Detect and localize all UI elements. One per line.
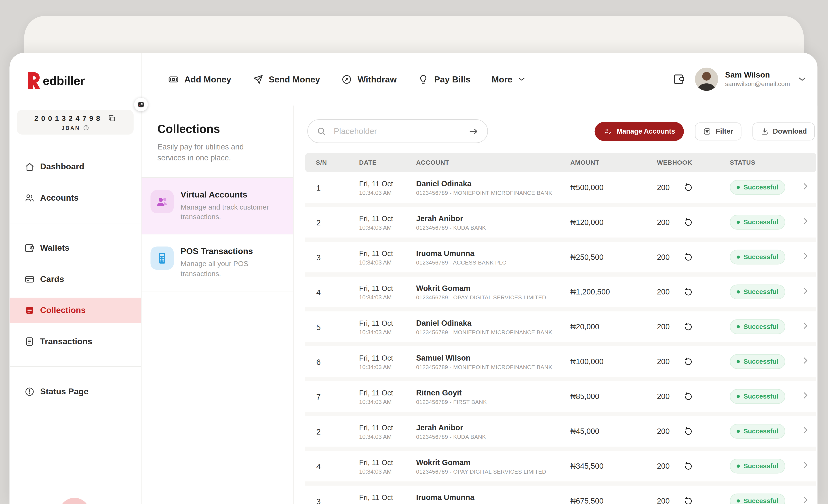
- row-account-bank: 0123456789 - OPAY DIGITAL SERVICES LIMIT…: [416, 468, 570, 474]
- table-row[interactable]: 4 Fri, 11 Oct 10:34:03 AM Wokrit Gomam 0…: [305, 275, 816, 309]
- status-badge: Successful: [730, 180, 785, 195]
- sidebar-item-wallets[interactable]: Wallets: [10, 236, 141, 261]
- account-menu-chevron-icon[interactable]: [797, 74, 807, 84]
- row-status-cell: Successful: [730, 344, 792, 379]
- row-account-name: Daniel Odinaka: [416, 179, 570, 188]
- sidebar-item-collections[interactable]: Collections: [10, 298, 141, 323]
- filter-icon: [703, 127, 712, 135]
- col-header-amount: AMOUNT: [570, 153, 657, 172]
- webhook-retry-icon[interactable]: [684, 183, 693, 192]
- row-account-cell: Samuel Wilson 0123456789 - MONIEPOINT MI…: [416, 344, 570, 379]
- row-time: 10:34:03 AM: [359, 468, 416, 474]
- table-row[interactable]: 3 Fri, 11 Oct 10:34:03 AM Iruoma Umunna …: [305, 484, 816, 504]
- status-label: Successful: [744, 323, 778, 330]
- row-date: Fri, 11 Oct: [359, 179, 416, 188]
- nav-send-money[interactable]: Send Money: [252, 74, 320, 85]
- chevron-right-icon[interactable]: [800, 321, 810, 331]
- row-date: Fri, 11 Oct: [359, 423, 416, 432]
- card-description: Manage and track customer transactions.: [180, 203, 280, 222]
- info-icon[interactable]: [83, 125, 89, 131]
- top-header: Add Money Send Money: [141, 53, 817, 106]
- row-webhook-code: 200: [657, 392, 669, 401]
- nav-more[interactable]: More: [492, 74, 526, 84]
- nav-add-money[interactable]: Add Money: [168, 74, 231, 85]
- search-submit-arrow-icon[interactable]: [468, 126, 479, 136]
- copy-icon[interactable]: [108, 114, 116, 122]
- row-webhook-cell: 200: [657, 344, 730, 379]
- sidebar-item-label: Transactions: [40, 337, 92, 346]
- webhook-retry-icon[interactable]: [684, 392, 693, 401]
- webhook-retry-icon[interactable]: [684, 322, 693, 331]
- download-button[interactable]: Download: [752, 122, 815, 140]
- row-account-name: Iruoma Umunna: [416, 249, 570, 257]
- table-row[interactable]: 2 Fri, 11 Oct 10:34:03 AM Jerah Anibor 0…: [305, 205, 816, 240]
- row-date-cell: Fri, 11 Oct 10:34:03 AM: [359, 275, 416, 309]
- row-webhook-cell: 200: [657, 172, 730, 205]
- status-dot: [737, 221, 740, 224]
- status-dot: [737, 395, 740, 398]
- nav-pay-bills[interactable]: Pay Bills: [418, 74, 471, 85]
- chevron-right-icon[interactable]: [800, 460, 810, 470]
- sidebar-collapse-button[interactable]: [134, 98, 148, 111]
- status-badge: Successful: [730, 389, 785, 404]
- sidebar-item-cards[interactable]: Cards: [10, 266, 141, 292]
- alert-circle-icon: [24, 386, 35, 397]
- row-time: 10:34:03 AM: [359, 294, 416, 300]
- chevron-right-icon[interactable]: [800, 356, 810, 366]
- chevron-right-icon[interactable]: [800, 391, 810, 400]
- row-webhook-code: 200: [657, 288, 669, 296]
- user-settings-icon: [604, 127, 612, 135]
- row-amount: ₦250,500: [570, 240, 657, 275]
- nav-withdraw[interactable]: Withdraw: [341, 74, 397, 85]
- sidebar-item-status-page[interactable]: Status Page: [10, 379, 141, 404]
- row-action-cell: [792, 344, 816, 379]
- webhook-retry-icon[interactable]: [684, 253, 693, 262]
- row-webhook-code: 200: [657, 323, 669, 331]
- wallet-quick-icon[interactable]: [673, 73, 686, 86]
- chevron-right-icon[interactable]: [800, 216, 810, 226]
- send-icon: [252, 74, 263, 85]
- row-time: 10:34:03 AM: [359, 259, 416, 265]
- avatar[interactable]: [695, 68, 718, 91]
- brand-logo-text: edbiller: [43, 74, 85, 88]
- row-webhook-cell: 200: [657, 379, 730, 414]
- webhook-retry-icon[interactable]: [684, 357, 693, 366]
- table-row[interactable]: 4 Fri, 11 Oct 10:34:03 AM Wokrit Gomam 0…: [305, 449, 816, 484]
- manage-accounts-button[interactable]: Manage Accounts: [594, 122, 684, 141]
- table-row[interactable]: 2 Fri, 11 Oct 10:34:03 AM Jerah Anibor 0…: [305, 414, 816, 449]
- row-account-name: Samuel Wilson: [416, 353, 570, 362]
- row-account-cell: Wokrit Gomam 0123456789 - OPAY DIGITAL S…: [416, 449, 570, 484]
- status-label: Successful: [744, 462, 778, 470]
- row-sn: 7: [305, 379, 359, 414]
- chevron-right-icon[interactable]: [800, 251, 810, 261]
- virtual-accounts-card[interactable]: Virtual Accounts Manage and track custom…: [141, 178, 293, 235]
- filter-button[interactable]: Filter: [695, 122, 741, 140]
- webhook-retry-icon[interactable]: [684, 218, 693, 227]
- table-row[interactable]: 3 Fri, 11 Oct 10:34:03 AM Iruoma Umunna …: [305, 240, 816, 275]
- sidebar-item-accounts[interactable]: Accounts: [10, 185, 141, 210]
- chevron-right-icon[interactable]: [800, 286, 810, 296]
- chevron-right-icon[interactable]: [800, 182, 810, 191]
- webhook-retry-icon[interactable]: [684, 496, 693, 504]
- table-row[interactable]: 5 Fri, 11 Oct 10:34:03 AM Daniel Odinaka…: [305, 309, 816, 344]
- row-time: 10:34:03 AM: [359, 398, 416, 405]
- row-webhook-cell: 200: [657, 309, 730, 344]
- status-label: Successful: [744, 428, 778, 435]
- search-input[interactable]: [333, 126, 463, 136]
- table-row[interactable]: 1 Fri, 11 Oct 10:34:03 AM Daniel Odinaka…: [305, 172, 816, 205]
- row-date: Fri, 11 Oct: [359, 319, 416, 327]
- table-row[interactable]: 6 Fri, 11 Oct 10:34:03 AM Samuel Wilson …: [305, 344, 816, 379]
- row-account-name: Iruoma Umunna: [416, 493, 570, 501]
- sidebar-item-transactions[interactable]: Transactions: [10, 329, 141, 354]
- table-row[interactable]: 7 Fri, 11 Oct 10:34:03 AM Ritnen Goyit 0…: [305, 379, 816, 414]
- sidebar-item-dashboard[interactable]: Dashboard: [10, 154, 141, 179]
- webhook-retry-icon[interactable]: [684, 288, 693, 296]
- status-label: Successful: [744, 393, 778, 400]
- chevron-right-icon[interactable]: [800, 495, 810, 504]
- chevron-right-icon[interactable]: [800, 425, 810, 435]
- webhook-retry-icon[interactable]: [684, 427, 693, 436]
- pos-transactions-card[interactable]: POS Transactions Manage all your POS tra…: [141, 235, 293, 291]
- row-sn: 4: [305, 449, 359, 484]
- row-status-cell: Successful: [730, 275, 792, 309]
- webhook-retry-icon[interactable]: [684, 462, 693, 470]
